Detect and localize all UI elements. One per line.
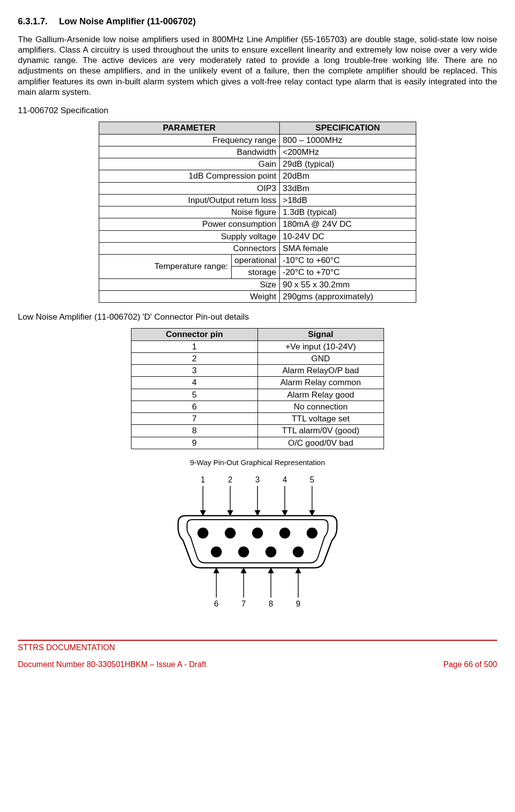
spec-value: >18dB — [279, 194, 416, 206]
connector-pin-dot — [293, 546, 304, 557]
pin-label: 5 — [310, 475, 315, 484]
connector-pin-dot — [211, 546, 222, 557]
pin-number: 7 — [131, 413, 258, 425]
spec-value: 290gms (approximately) — [279, 290, 416, 302]
temp-storage-label: storage — [231, 267, 279, 278]
pin-number: 1 — [131, 340, 258, 352]
connector-pin-dot — [225, 528, 236, 539]
spec-value: 33dBm — [279, 182, 416, 194]
connector-pin-dot — [307, 528, 318, 539]
pin-number: 5 — [131, 389, 258, 401]
spec-param: Weight — [99, 290, 280, 302]
body-paragraph: The Gallium-Arsenide low noise amplifier… — [18, 34, 497, 98]
spec-param: Noise figure — [99, 206, 280, 218]
pin-label: 6 — [214, 600, 219, 608]
spec-param: Power consumption — [99, 218, 280, 230]
pin-number: 2 — [131, 352, 258, 364]
footer-row: Document Number 80-330501HBKM – Issue A … — [18, 660, 497, 670]
pin-number: 8 — [131, 425, 258, 437]
pin-label: 7 — [242, 600, 246, 608]
spec-param: Bandwidth — [99, 146, 280, 158]
connector-pin-dot — [252, 528, 263, 539]
pin-signal: Alarm Relay common — [258, 377, 384, 389]
spec-value: 180mA @ 24V DC — [279, 218, 416, 230]
spec-value: 1.3dB (typical) — [279, 206, 416, 218]
temp-operational-value: -10°C to +60°C — [279, 255, 416, 267]
spec-param: Gain — [99, 158, 280, 170]
spec-param: 1dB Compression point — [99, 170, 280, 182]
pin-number: 3 — [131, 365, 258, 377]
pin-signal: Alarm RelayO/P bad — [258, 365, 384, 377]
pin-label: 1 — [201, 475, 205, 484]
pin-signal: No connection — [258, 401, 384, 412]
spec-param: Supply voltage — [99, 230, 280, 242]
spec-table-label: 11-006702 Specification — [18, 105, 497, 116]
pin-signal: TTL alarm/0V (good) — [258, 425, 384, 437]
temp-storage-value: -20°C to +70°C — [279, 267, 416, 278]
connector-pin-dot — [279, 528, 290, 539]
pin-label: 9 — [296, 600, 301, 608]
spec-value: 90 x 55 x 30.2mm — [279, 278, 416, 290]
section-heading: 6.3.1.7. Low Noise Amplifier (11-006702) — [18, 16, 497, 27]
footer-doc-title: STTRS DOCUMENTATION — [18, 643, 497, 653]
spec-value: <200MHz — [279, 146, 416, 158]
spec-param: OIP3 — [99, 182, 280, 194]
pin-table: Connector pin Signal 1+Ve input (10-24V)… — [131, 328, 384, 449]
connector-pin-dot — [238, 546, 249, 557]
footer-doc-number: Document Number 80-330501HBKM – Issue A … — [18, 660, 206, 670]
spec-value: 10-24V DC — [279, 230, 416, 242]
heading-title: Low Noise Amplifier (11-006702) — [59, 16, 195, 26]
d-connector-svg: 12345 6789 — [163, 469, 352, 608]
pin-number: 6 — [131, 401, 258, 412]
connector-diagram: 9-Way Pin-Out Graphical Representation 1… — [18, 458, 497, 610]
spec-header-specification: SPECIFICATION — [279, 122, 416, 134]
footer-page-number: Page 66 of 500 — [443, 660, 497, 670]
spec-table: PARAMETER SPECIFICATION Frequency range8… — [99, 122, 416, 303]
temp-range-label: Temperature range: — [99, 255, 232, 279]
pin-label: 8 — [269, 600, 273, 608]
spec-param: Input/Output return loss — [99, 194, 280, 206]
spec-value: 29dB (typical) — [279, 158, 416, 170]
spec-param: Connectors — [99, 242, 280, 254]
pin-header-connector: Connector pin — [131, 329, 258, 340]
spec-value: 800 – 1000MHz — [279, 134, 416, 146]
pin-label: 4 — [283, 475, 287, 484]
connector-pin-dot — [197, 528, 208, 539]
footer-divider — [18, 640, 497, 641]
pin-signal: GND — [258, 352, 384, 364]
spec-value: SMA female — [279, 242, 416, 254]
connector-pin-dot — [265, 546, 276, 557]
pin-header-signal: Signal — [258, 329, 384, 340]
pin-label: 2 — [228, 475, 233, 484]
pinout-table-label: Low Noise Amplifier (11-006702) 'D' Conn… — [18, 312, 497, 322]
pin-signal: Alarm Relay good — [258, 389, 384, 401]
heading-number: 6.3.1.7. — [18, 16, 48, 26]
pin-label: 3 — [256, 475, 260, 484]
diagram-caption: 9-Way Pin-Out Graphical Representation — [18, 458, 497, 468]
spec-value: 20dBm — [279, 170, 416, 182]
spec-param: Size — [99, 278, 280, 290]
pin-number: 9 — [131, 437, 258, 449]
pin-signal: O/C good/0V bad — [258, 437, 384, 449]
pin-signal: +Ve input (10-24V) — [258, 340, 384, 352]
pin-signal: TTL voltage set — [258, 413, 384, 425]
spec-header-parameter: PARAMETER — [99, 122, 280, 134]
spec-param: Frequency range — [99, 134, 280, 146]
temp-operational-label: operational — [231, 255, 279, 267]
pin-number: 4 — [131, 377, 258, 389]
